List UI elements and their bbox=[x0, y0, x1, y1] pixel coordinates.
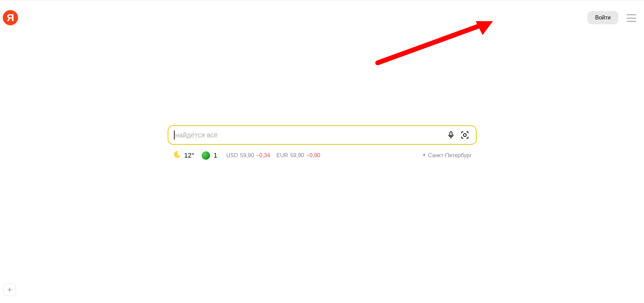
logo-letter: Я bbox=[7, 12, 14, 24]
currency-value: 59,90 bbox=[240, 152, 254, 159]
location-name: Санкт-Петербург bbox=[428, 152, 471, 159]
currency-value: 59,90 bbox=[290, 152, 304, 159]
svg-rect-0 bbox=[450, 132, 452, 136]
weather-widget[interactable]: 12° bbox=[173, 151, 194, 160]
search-box[interactable] bbox=[168, 125, 477, 145]
location-widget[interactable]: Санкт-Петербург bbox=[422, 152, 471, 159]
currency-delta: −0,90 bbox=[306, 152, 320, 159]
yandex-logo[interactable]: Я bbox=[3, 10, 18, 25]
svg-point-2 bbox=[463, 134, 466, 136]
traffic-widget[interactable]: 1 bbox=[202, 151, 217, 160]
login-button[interactable]: Войти bbox=[587, 11, 618, 24]
svg-line-3 bbox=[378, 25, 481, 63]
annotation-arrow bbox=[371, 18, 496, 73]
voice-search-icon[interactable] bbox=[445, 129, 457, 141]
moon-icon bbox=[173, 151, 182, 160]
location-arrow-icon bbox=[422, 152, 426, 159]
currency-label: USD bbox=[226, 152, 238, 159]
currency-eur[interactable]: EUR 59,90 −0,90 bbox=[276, 152, 320, 159]
currency-usd[interactable]: USD 59,90 −0,34 bbox=[226, 152, 270, 159]
currency-delta: −0,34 bbox=[256, 152, 270, 159]
add-button[interactable]: + bbox=[3, 284, 16, 296]
plus-icon: + bbox=[8, 285, 12, 294]
traffic-level: 1 bbox=[214, 152, 217, 159]
traffic-light-icon bbox=[202, 151, 210, 160]
temperature: 12° bbox=[184, 152, 194, 159]
login-label: Войти bbox=[595, 15, 611, 20]
svg-marker-4 bbox=[476, 21, 493, 35]
currency-label: EUR bbox=[276, 152, 288, 159]
hamburger-menu-icon[interactable] bbox=[627, 14, 636, 22]
text-cursor bbox=[174, 131, 175, 140]
info-bar: 12° 1 USD 59,90 −0,34 EUR 59,90 −0,90 Са… bbox=[168, 151, 477, 160]
image-search-icon[interactable] bbox=[459, 129, 470, 141]
search-input[interactable] bbox=[175, 131, 443, 139]
main-content: 12° 1 USD 59,90 −0,34 EUR 59,90 −0,90 Са… bbox=[168, 125, 477, 160]
